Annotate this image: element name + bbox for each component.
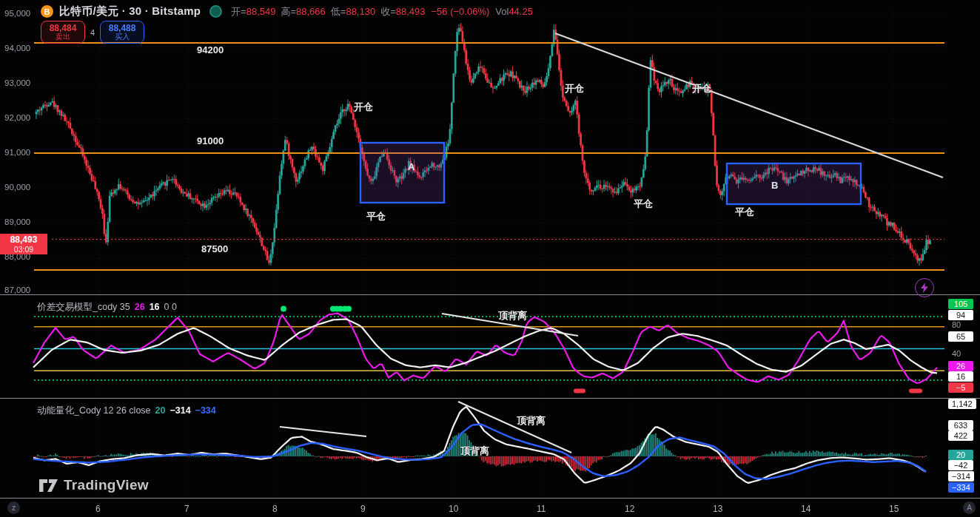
indicator1-axis-label: 105 (948, 299, 973, 309)
buy-button[interactable]: 88,488 买入 (100, 21, 144, 44)
indicator1-legend[interactable]: 价差交易模型_cody 35 26 16 0 0 (37, 301, 177, 314)
time-axis-label: 9 (360, 504, 366, 514)
ohlc-values: 开=88,549高=88,666低=88,130收=88,493 (231, 5, 425, 18)
lightning-button[interactable] (915, 278, 934, 297)
trade-panel: 88,484 卖出 4 88,488 买入 (41, 21, 144, 44)
divergence-label[interactable]: 顶背离 (517, 414, 546, 428)
auto-scale-button[interactable]: A (963, 501, 976, 514)
bitcoin-icon: B (41, 5, 53, 18)
price-axis-label: 92,000 (4, 113, 34, 122)
price-axis-label: 94,000 (4, 44, 34, 53)
ohlc-item: 收=88,493 (380, 5, 425, 18)
volume-value: Vol44.25 (495, 6, 533, 17)
time-axis-label: 6 (95, 504, 101, 514)
symbol-title[interactable]: 比特币/美元 · 30 · Bitstamp (59, 4, 201, 18)
time-axis-label: 8 (272, 504, 278, 514)
trade-annotation[interactable]: 开仓 (692, 82, 711, 95)
tradingview-logo-icon (38, 479, 58, 493)
indicator2-legend[interactable]: 动能量化_Cody 12 26 close 20 −314 −334 (37, 405, 216, 417)
tradingview-logo[interactable]: TradingView (38, 477, 149, 493)
time-axis-label: 7 (184, 504, 189, 514)
volume-label: Vol (495, 6, 509, 17)
timezone-button[interactable]: z (7, 501, 20, 514)
time-axis-label: 13 (713, 504, 722, 514)
main-chart-canvas[interactable] (0, 0, 980, 517)
indicator1-axis-label: 26 (948, 361, 973, 371)
time-axis-label: 12 (625, 504, 634, 514)
change-value: −56 (−0.06%) (432, 6, 490, 17)
indicator1-axis-label: 40 (948, 349, 964, 358)
indicator2-axis-label: −42 (948, 460, 973, 470)
price-axis-label: 91,000 (4, 148, 34, 157)
indicator2-axis-label: 1,142 (948, 399, 976, 409)
indicator2-axis-label: 633 (948, 420, 973, 430)
indicator1-axis-label: 80 (948, 320, 964, 329)
indicator1-axis-label: −5 (948, 382, 973, 393)
trade-annotation[interactable]: 平仓 (366, 210, 386, 223)
chart-legend: B 比特币/美元 · 30 · Bitstamp 开=88,549高=88,66… (41, 4, 533, 18)
time-axis-label: 10 (449, 504, 458, 514)
indicator2-axis-label: 422 (948, 430, 973, 441)
trade-annotation[interactable]: 开仓 (565, 82, 584, 95)
price-level-label[interactable]: 94200 (197, 44, 224, 55)
tradingview-chart-window: B 比特币/美元 · 30 · Bitstamp 开=88,549高=88,66… (0, 0, 980, 517)
last-price-tag: 88,493 03:09 (0, 234, 47, 254)
indicator1-axis-label: 16 (948, 371, 973, 382)
ohlc-item: 开=88,549 (231, 5, 275, 18)
ohlc-item: 低=88,130 (331, 5, 375, 18)
time-axis-label: 14 (801, 504, 810, 514)
panel-separator-2[interactable] (0, 398, 980, 399)
box-label[interactable]: A (408, 161, 415, 172)
trade-annotation[interactable]: 平仓 (735, 206, 754, 219)
indicator2-axis-label: −314 (948, 471, 974, 481)
sell-button[interactable]: 88,484 卖出 (41, 21, 85, 44)
lightning-icon (920, 283, 929, 293)
divergence-label[interactable]: 顶背离 (498, 309, 527, 322)
time-axis-label: 15 (889, 504, 899, 514)
indicator1-axis-label: 94 (948, 310, 973, 320)
price-axis-label: 90,000 (4, 183, 34, 192)
trade-annotation[interactable]: 平仓 (634, 197, 653, 211)
indicator2-axis-label: 20 (948, 450, 973, 460)
time-axis-separator (0, 498, 980, 499)
market-status-icon[interactable] (209, 5, 222, 18)
divergence-label[interactable]: 顶背离 (460, 445, 489, 458)
indicator1-axis-label: 65 (948, 331, 973, 342)
price-axis-label: 93,000 (4, 78, 34, 87)
indicator2-axis-label: −334 (948, 482, 974, 493)
box-label[interactable]: B (771, 180, 778, 191)
price-axis-label: 95,000 (4, 9, 34, 18)
trade-annotation[interactable]: 开仓 (354, 101, 373, 114)
price-level-label[interactable]: 91000 (197, 135, 224, 146)
tradingview-logo-text: TradingView (64, 477, 149, 493)
panel-separator-1[interactable] (0, 294, 980, 295)
price-axis-label: 87,000 (4, 285, 34, 294)
spread-value: 4 (90, 28, 95, 37)
ohlc-item: 高=88,666 (281, 5, 325, 18)
price-axis-label: 89,000 (4, 217, 34, 226)
price-level-label[interactable]: 87500 (201, 243, 228, 254)
time-axis-label: 11 (537, 504, 546, 514)
